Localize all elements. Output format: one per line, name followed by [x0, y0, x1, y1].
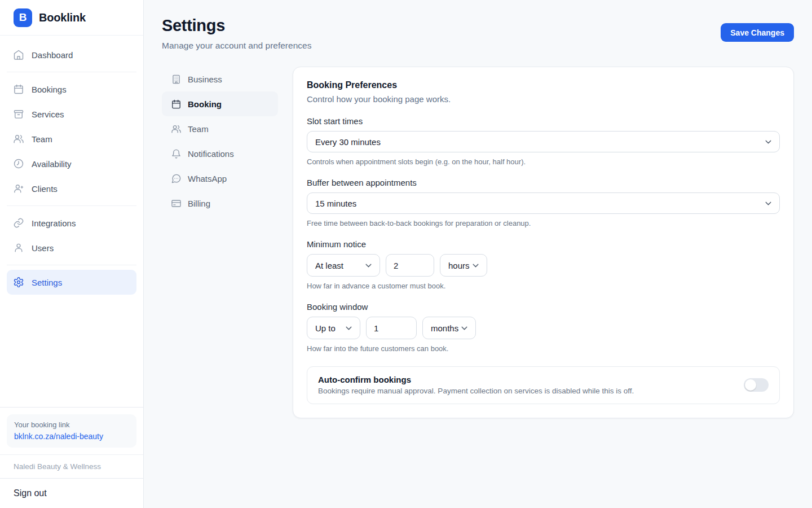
- card-title: Booking Preferences: [307, 80, 780, 90]
- sidebar-item-users[interactable]: Users: [7, 235, 136, 260]
- clock-icon: [13, 158, 24, 169]
- slot-start-times-field: Slot start times Every 30 minutes Contro…: [307, 116, 780, 166]
- booking-preferences-card: Booking Preferences Control how your boo…: [293, 67, 794, 418]
- sidebar-item-team[interactable]: Team: [7, 126, 136, 151]
- tab-label: Billing: [188, 199, 210, 208]
- divider: [7, 265, 136, 265]
- sidebar-item-label: Team: [32, 134, 52, 144]
- gear-icon: [13, 277, 24, 288]
- booking-window-amount-input[interactable]: [366, 317, 417, 339]
- buffer-field: Buffer between appointments 15 minutes F…: [307, 178, 780, 227]
- calendar-icon: [13, 84, 24, 95]
- sidebar-item-label: Settings: [32, 278, 62, 287]
- sidebar-nav: Dashboard Bookings Services Team Availab…: [0, 36, 143, 407]
- tab-notifications[interactable]: Notifications: [162, 141, 278, 166]
- link-icon: [13, 217, 24, 229]
- tab-billing[interactable]: Billing: [162, 191, 278, 216]
- save-changes-button[interactable]: Save Changes: [721, 23, 794, 42]
- sidebar-footer: Your booking link bklnk.co.za/naledi-bea…: [0, 407, 143, 508]
- page-title: Settings: [162, 16, 311, 35]
- min-notice-amount-input[interactable]: [386, 254, 434, 277]
- sidebar-item-bookings[interactable]: Bookings: [7, 77, 136, 102]
- chat-icon: [171, 173, 182, 184]
- bell-icon: [171, 148, 182, 159]
- chevron-down-icon: [764, 137, 773, 147]
- chevron-down-icon: [344, 323, 354, 333]
- sidebar-item-label: Users: [32, 243, 54, 253]
- sidebar-item-label: Bookings: [32, 85, 67, 94]
- tab-whatsapp[interactable]: WhatsApp: [162, 166, 278, 191]
- field-helper: How far into the future customers can bo…: [307, 344, 780, 353]
- booking-link-url[interactable]: bklnk.co.za/naledi-beauty: [14, 432, 129, 441]
- sidebar-item-label: Integrations: [32, 218, 76, 228]
- select-value: Up to: [315, 323, 336, 333]
- auto-confirm-title: Auto-confirm bookings: [318, 375, 634, 384]
- field-label: Buffer between appointments: [307, 178, 780, 187]
- auto-confirm-toggle[interactable]: [744, 378, 769, 392]
- chevron-down-icon: [460, 323, 469, 333]
- field-helper: Free time between back-to-back bookings …: [307, 219, 780, 227]
- sidebar: B Booklink Dashboard Bookings Services T…: [0, 0, 144, 508]
- tab-label: Booking: [188, 99, 222, 109]
- booking-link-box: Your booking link bklnk.co.za/naledi-bea…: [7, 414, 136, 448]
- min-notice-unit-select[interactable]: hours: [440, 254, 487, 277]
- user-plus-icon: [13, 183, 24, 194]
- archive-icon: [13, 108, 24, 120]
- select-value: At least: [315, 261, 343, 270]
- tab-label: Team: [188, 124, 209, 134]
- sidebar-item-settings[interactable]: Settings: [7, 270, 136, 295]
- business-name: Naledi Beauty & Wellness: [0, 454, 143, 478]
- sidebar-item-availability[interactable]: Availability: [7, 151, 136, 176]
- sidebar-item-clients[interactable]: Clients: [7, 176, 136, 201]
- select-value: 15 minutes: [315, 199, 356, 208]
- field-helper: Controls when appointment slots begin (e…: [307, 157, 780, 166]
- select-value: hours: [448, 261, 470, 270]
- auto-confirm-box: Auto-confirm bookings Bookings require m…: [307, 366, 780, 404]
- sidebar-item-dashboard[interactable]: Dashboard: [7, 42, 136, 67]
- divider: [7, 205, 136, 206]
- field-helper: How far in advance a customer must book.: [307, 282, 780, 290]
- sidebar-item-integrations[interactable]: Integrations: [7, 211, 136, 235]
- divider: [7, 72, 136, 72]
- user-icon: [13, 242, 24, 253]
- chevron-down-icon: [364, 261, 373, 270]
- card-subtitle: Control how your booking page works.: [307, 94, 780, 104]
- sidebar-item-label: Dashboard: [32, 50, 73, 60]
- users-icon: [171, 124, 182, 134]
- sidebar-item-label: Availability: [32, 159, 72, 169]
- sign-out-button[interactable]: Sign out: [0, 478, 143, 508]
- tab-business[interactable]: Business: [162, 67, 278, 91]
- tab-booking[interactable]: Booking: [162, 91, 278, 116]
- sidebar-item-label: Services: [32, 110, 64, 119]
- brand-logo: B Booklink: [0, 0, 143, 36]
- tab-team[interactable]: Team: [162, 116, 278, 141]
- building-icon: [171, 74, 182, 85]
- buffer-select[interactable]: 15 minutes: [307, 192, 780, 214]
- tab-label: WhatsApp: [188, 174, 227, 183]
- tab-label: Business: [188, 75, 222, 84]
- field-label: Slot start times: [307, 116, 780, 126]
- page-header: Settings Manage your account and prefere…: [162, 16, 794, 51]
- field-label: Booking window: [307, 302, 780, 312]
- sidebar-item-services[interactable]: Services: [7, 102, 136, 126]
- toggle-knob: [745, 379, 756, 391]
- page-subtitle: Manage your account and preferences: [162, 41, 311, 51]
- chevron-down-icon: [471, 261, 480, 270]
- tab-label: Notifications: [188, 149, 234, 159]
- calendar-icon: [171, 99, 182, 110]
- settings-tabs: Business Booking Team Notifications What…: [162, 67, 278, 216]
- home-icon: [13, 49, 24, 60]
- booking-link-label: Your booking link: [14, 421, 129, 429]
- chevron-down-icon: [764, 199, 773, 208]
- credit-card-icon: [171, 198, 182, 209]
- sidebar-item-label: Clients: [32, 184, 58, 194]
- main-content: Settings Manage your account and prefere…: [144, 0, 812, 508]
- brand-name: Booklink: [39, 11, 86, 24]
- auto-confirm-description: Bookings require manual approval. Paymen…: [318, 387, 634, 395]
- booking-window-unit-select[interactable]: months: [422, 317, 476, 339]
- slot-start-times-select[interactable]: Every 30 minutes: [307, 131, 780, 152]
- min-notice-qualifier-select[interactable]: At least: [307, 254, 380, 277]
- booking-window-qualifier-select[interactable]: Up to: [307, 317, 360, 339]
- users-icon: [13, 133, 24, 144]
- select-value: months: [431, 323, 458, 333]
